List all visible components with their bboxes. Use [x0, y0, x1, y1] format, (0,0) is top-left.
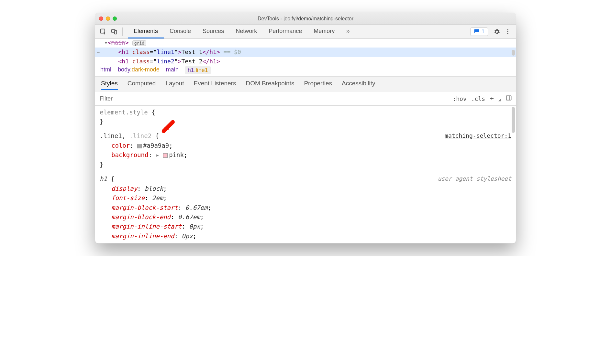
declaration-background[interactable]: background: ▸ pink;: [111, 150, 511, 160]
svg-point-3: [507, 29, 508, 30]
issues-button[interactable]: 1: [470, 27, 488, 36]
styles-pane: element.style { } .line1, .line2 { match…: [95, 106, 516, 244]
crumb-html[interactable]: html: [100, 66, 111, 74]
devtools-window: DevTools - jec.fyi/demo/matching-selecto…: [95, 13, 516, 243]
element-style-label: element.style: [100, 109, 148, 116]
expand-shorthand-icon[interactable]: ▸: [156, 151, 159, 158]
titlebar: DevTools - jec.fyi/demo/matching-selecto…: [95, 13, 516, 25]
declaration-color[interactable]: color: #a9a9a9;: [111, 141, 511, 150]
declaration-display: display: block;: [111, 184, 511, 193]
styles-subtabs: Styles Computed Layout Event Listeners D…: [95, 77, 516, 92]
crumb-body[interactable]: body.dark-mode: [118, 66, 160, 74]
subtab-layout[interactable]: Layout: [165, 80, 184, 90]
styles-filter-bar: :hov .cls + ◢: [95, 92, 516, 106]
selector-inactive[interactable]: .line2: [129, 132, 152, 139]
svg-rect-2: [115, 30, 117, 34]
dom-node-h1-line1[interactable]: ⋯ <h1 class="line1">Test 1</h1> == $0: [95, 48, 516, 57]
device-toggle-icon[interactable]: [109, 27, 119, 37]
declaration-margin-block-end: margin-block-end: 0.67em;: [111, 212, 511, 222]
tab-overflow[interactable]: »: [340, 25, 355, 38]
subtab-styles[interactable]: Styles: [101, 80, 118, 90]
kebab-menu-icon[interactable]: [503, 27, 513, 37]
grid-badge[interactable]: grid: [132, 40, 146, 46]
settings-icon[interactable]: [492, 27, 502, 37]
subtab-event-listeners[interactable]: Event Listeners: [194, 80, 236, 90]
dom-node-h1-line2[interactable]: <h1 class="line2">Test 2</h1>: [104, 57, 516, 64]
styles-filter-input[interactable]: [95, 92, 449, 105]
resize-handle-icon[interactable]: ◢: [498, 98, 501, 102]
subtab-properties[interactable]: Properties: [304, 80, 332, 90]
color-swatch-icon[interactable]: [163, 153, 168, 158]
overflow-menu-icon[interactable]: ⋯: [97, 48, 101, 57]
crumb-main[interactable]: main: [166, 66, 179, 74]
declaration-margin-inline-end: margin-inline-end: 0px;: [111, 231, 511, 241]
tab-network[interactable]: Network: [230, 25, 263, 38]
dom-scrollbar-thumb[interactable]: [512, 50, 515, 56]
rule-element-style[interactable]: element.style { }: [95, 106, 516, 130]
declaration-margin-block-start: margin-block-start: 0.67em;: [111, 203, 511, 212]
dom-node-main[interactable]: ▾<main> grid: [104, 39, 516, 48]
color-swatch-icon[interactable]: [137, 144, 142, 148]
selector-h1: h1: [100, 175, 107, 182]
styles-scrollbar-thumb[interactable]: [512, 107, 515, 133]
hov-toggle[interactable]: :hov: [452, 95, 466, 102]
panel-tabs: Elements Console Sources Network Perform…: [128, 25, 355, 38]
subtab-accessibility[interactable]: Accessibility: [342, 80, 375, 90]
cls-toggle[interactable]: .cls: [471, 95, 485, 102]
rule-line1-line2[interactable]: .line1, .line2 { matching-selector:1 col…: [95, 129, 516, 172]
tab-sources[interactable]: Sources: [197, 25, 230, 38]
svg-rect-6: [506, 96, 511, 100]
rule-ua-h1[interactable]: h1 { user agent stylesheet display: bloc…: [95, 172, 516, 243]
new-style-rule-button[interactable]: +: [490, 94, 494, 103]
tab-elements[interactable]: Elements: [128, 25, 164, 38]
crumb-h1[interactable]: h1.line1: [185, 66, 211, 74]
ua-stylesheet-label: user agent stylesheet: [438, 174, 511, 184]
declaration-margin-inline-start: margin-inline-start: 0px;: [111, 222, 511, 231]
subtab-dom-breakpoints[interactable]: DOM Breakpoints: [246, 80, 294, 90]
rule-source-link[interactable]: matching-selector:1: [445, 131, 511, 141]
tab-console[interactable]: Console: [164, 25, 197, 38]
sidebar-toggle-icon[interactable]: [505, 95, 512, 103]
main-toolbar: Elements Console Sources Network Perform…: [95, 25, 516, 39]
tab-performance[interactable]: Performance: [263, 25, 308, 38]
declaration-font-size: font-size: 2em;: [111, 193, 511, 203]
issues-count: 1: [482, 29, 484, 35]
divider: [122, 27, 123, 36]
svg-point-4: [507, 31, 508, 32]
breadcrumb[interactable]: html body.dark-mode main h1.line1: [95, 64, 516, 77]
inspect-element-icon[interactable]: [98, 27, 108, 37]
tab-memory[interactable]: Memory: [308, 25, 340, 38]
selector-active[interactable]: .line1: [100, 132, 122, 139]
subtab-computed[interactable]: Computed: [128, 80, 156, 90]
dom-tree[interactable]: ▾<main> grid ⋯ <h1 class="line1">Test 1<…: [95, 39, 516, 64]
svg-point-5: [507, 33, 508, 34]
window-title: DevTools - jec.fyi/demo/matching-selecto…: [95, 16, 516, 22]
